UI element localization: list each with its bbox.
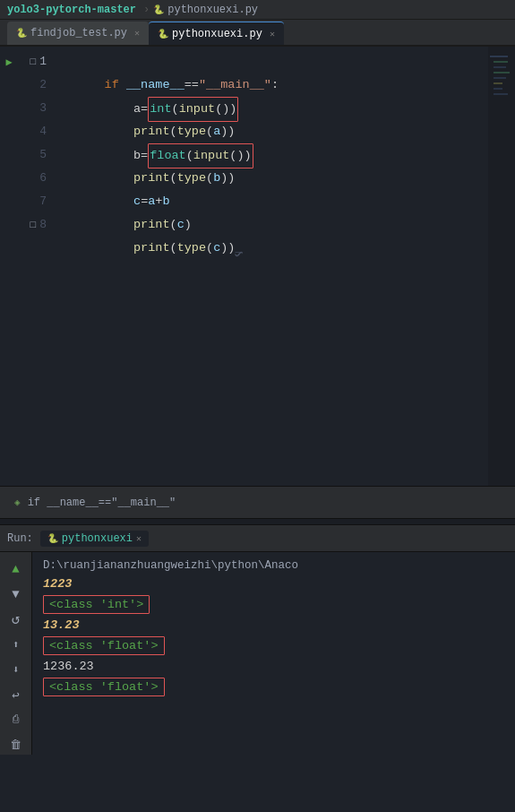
line-2-gutter: 2 bbox=[39, 73, 47, 97]
run-output-2: <class 'float'> bbox=[43, 634, 504, 658]
run-btn-scroll-down[interactable]: ⬇ bbox=[6, 660, 26, 679]
run-output-1: <class 'int'> bbox=[43, 592, 504, 617]
svg-rect-2 bbox=[494, 66, 506, 68]
line-numbers: □ 1 2 3 4 5 6 7 □ 8 bbox=[18, 47, 54, 486]
run-class-float2-box: <class 'float'> bbox=[43, 678, 165, 696]
line-num-8: 8 bbox=[39, 213, 47, 237]
tab-bar: 🐍 findjob_test.py ✕ 🐍 pythonxuexi.py ✕ bbox=[0, 20, 515, 47]
run-input-1: 1223 bbox=[43, 577, 504, 591]
structure-text: if __name__=="__main__" bbox=[28, 497, 176, 509]
editor-area: ▶ □ 1 2 3 4 5 6 7 bbox=[0, 47, 515, 486]
run-tab-label: pythonxuexi bbox=[62, 532, 133, 545]
svg-rect-6 bbox=[494, 88, 502, 90]
run-btn-print[interactable]: ⎙ bbox=[6, 710, 26, 730]
run-tab-icon: 🐍 bbox=[47, 533, 58, 544]
code-line-8: print(type(c))_ bbox=[61, 213, 488, 237]
tab-close-findjob[interactable]: ✕ bbox=[134, 28, 140, 39]
run-path: D:\ruanjiananzhuangweizhi\python\Anaco bbox=[43, 559, 504, 572]
line-4-gutter: 4 bbox=[39, 120, 47, 143]
run-class-float-box: <class 'float'> bbox=[43, 636, 165, 655]
tab-pythonxuexi[interactable]: 🐍 pythonxuexi.py ✕ bbox=[149, 22, 284, 45]
breadcrumb-file: 🐍 pythonxuexi.py bbox=[153, 4, 258, 16]
run-tab-bar: Run: 🐍 pythonxuexi ✕ bbox=[0, 525, 515, 552]
fold-open-icon-1: □ bbox=[30, 56, 37, 67]
run-btn-up[interactable]: ▲ bbox=[6, 559, 26, 579]
code-content[interactable]: if __name__=="__main__": a=int(input()) … bbox=[54, 47, 488, 486]
svg-rect-0 bbox=[490, 56, 508, 57]
svg-rect-4 bbox=[494, 77, 506, 79]
project-name: yolo3-pytorch-master bbox=[7, 4, 136, 16]
line-3-gutter: 3 bbox=[39, 97, 47, 120]
left-gutter: ▶ bbox=[0, 47, 18, 486]
code-line-5: print(type(b)) bbox=[61, 143, 488, 167]
line-num-7: 7 bbox=[39, 190, 47, 213]
breadcrumb-sep: › bbox=[143, 4, 150, 16]
run-tab-pythonxuexi[interactable]: 🐍 pythonxuexi ✕ bbox=[40, 531, 149, 547]
line-num-6: 6 bbox=[39, 167, 47, 190]
run-content: ▲ ▼ ↺ ⬆ ⬇ ↩ ⎙ 🗑 D:\ruanjiananzhuangweizh… bbox=[0, 552, 515, 755]
run-toolbar: ▲ ▼ ↺ ⬆ ⬇ ↩ ⎙ 🗑 bbox=[0, 552, 32, 755]
run-input-val-2: 13.23 bbox=[43, 618, 80, 632]
code-line-3: print(type(a)) bbox=[61, 97, 488, 120]
run-output: D:\ruanjiananzhuangweizhi\python\Anaco 1… bbox=[32, 552, 515, 755]
svg-rect-5 bbox=[494, 82, 502, 84]
tab-label-findjob: findjob_test.py bbox=[30, 27, 127, 39]
line-num-3: 3 bbox=[39, 97, 47, 120]
svg-rect-7 bbox=[494, 93, 508, 95]
fold-open-icon-8: □ bbox=[30, 220, 37, 230]
run-input-2: 13.23 bbox=[43, 618, 504, 632]
tab-icon-findjob: 🐍 bbox=[16, 28, 27, 39]
tab-findjob[interactable]: 🐍 findjob_test.py ✕ bbox=[7, 22, 149, 45]
run-btn-wrap[interactable]: ↩ bbox=[6, 685, 26, 704]
line-num-2: 2 bbox=[39, 73, 47, 97]
tab-label-pythonxuexi: pythonxuexi.py bbox=[172, 28, 262, 40]
line-7-gutter: 7 bbox=[39, 190, 47, 213]
run-btn-clear[interactable]: 🗑 bbox=[6, 735, 26, 755]
play-icon: ▶ bbox=[5, 56, 12, 69]
code-line-1: if __name__=="__main__": bbox=[61, 50, 488, 73]
run-output-3: 1236.23 bbox=[43, 660, 504, 673]
line-1-gutter: □ 1 bbox=[30, 50, 47, 73]
run-input-val-1: 1223 bbox=[43, 577, 72, 591]
run-class-int: <class 'int'> bbox=[49, 598, 143, 611]
svg-rect-3 bbox=[494, 72, 510, 73]
play-indicator: ▶ bbox=[5, 50, 12, 73]
line-num-1: 1 bbox=[39, 50, 47, 73]
line-8-gutter: □ 8 bbox=[30, 213, 47, 237]
editor-scroll-bar bbox=[0, 518, 515, 525]
run-btn-rerun[interactable]: ↺ bbox=[6, 609, 26, 629]
run-output-4: <class 'float'> bbox=[43, 675, 504, 699]
code-line-2: a=int(input()) bbox=[61, 73, 488, 97]
structure-icon: ◈ bbox=[14, 497, 21, 508]
run-btn-down[interactable]: ▼ bbox=[6, 584, 26, 604]
run-tab-close[interactable]: ✕ bbox=[136, 533, 142, 544]
run-label: Run: bbox=[7, 532, 33, 545]
run-class-float: <class 'float'> bbox=[49, 639, 159, 652]
run-class-float2: <class 'float'> bbox=[49, 680, 159, 694]
svg-rect-1 bbox=[494, 61, 508, 63]
code-line-7: print(c) bbox=[61, 190, 488, 213]
run-class-int-box: <class 'int'> bbox=[43, 595, 150, 614]
tab-icon-pythonxuexi: 🐍 bbox=[158, 29, 168, 39]
line-num-4: 4 bbox=[39, 120, 47, 143]
tab-close-pythonxuexi[interactable]: ✕ bbox=[270, 29, 275, 39]
line-5-gutter: 5 bbox=[39, 143, 47, 167]
run-btn-scroll-up[interactable]: ⬆ bbox=[6, 635, 26, 654]
line-6-gutter: 6 bbox=[39, 167, 47, 190]
top-bar: yolo3-pytorch-master › 🐍 pythonxuexi.py bbox=[0, 0, 515, 20]
code-line-4: b=float(input()) bbox=[61, 120, 488, 143]
line-num-5: 5 bbox=[39, 143, 47, 167]
run-sum: 1236.23 bbox=[43, 660, 94, 673]
structure-bar: ◈ if __name__=="__main__" bbox=[0, 486, 515, 518]
minimap bbox=[488, 47, 515, 486]
code-line-6: c=a+b bbox=[61, 167, 488, 190]
run-panel: Run: 🐍 pythonxuexi ✕ ▲ ▼ ↺ ⬆ ⬇ ↩ ⎙ 🗑 D:\… bbox=[0, 525, 515, 755]
